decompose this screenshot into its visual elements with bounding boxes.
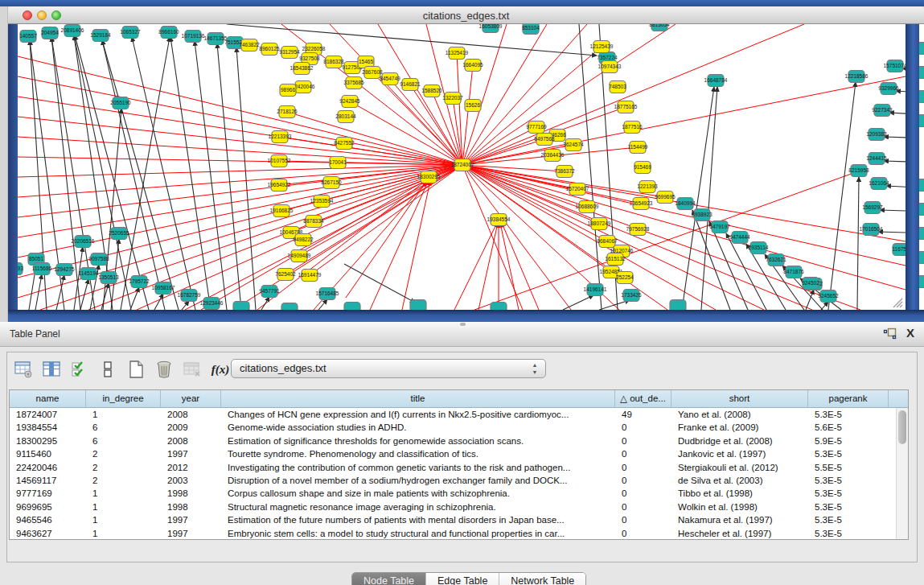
graph-node-label: 15626 <box>466 102 480 108</box>
citation-edge-black[interactable] <box>80 279 88 310</box>
table-row[interactable]: 969969511998Structural magnetic resonanc… <box>10 501 908 513</box>
table-row[interactable]: 1938455462009Genome-wide association stu… <box>10 421 908 434</box>
citation-edge-red[interactable] <box>462 24 507 165</box>
tab-network-table[interactable]: Network Table <box>499 573 585 585</box>
citation-edge-red[interactable] <box>350 101 462 165</box>
float-panel-icon[interactable] <box>883 328 897 340</box>
table-row[interactable]: 1456911722003Disruption of a novel membe… <box>10 474 908 487</box>
citation-edge-red[interactable] <box>257 179 429 310</box>
node-table[interactable]: namein_degreeyeartitle△ out_de...shortpa… <box>9 389 909 540</box>
citation-edge-black[interactable] <box>563 295 593 310</box>
citation-edge-black[interactable] <box>821 302 828 310</box>
citation-edge-black[interactable] <box>886 186 924 188</box>
table-cell: Dudbridge et al. (2008) <box>671 435 808 447</box>
function-builder-icon[interactable]: f(x) <box>211 360 230 379</box>
graph-node[interactable] <box>410 300 426 311</box>
column-header[interactable]: title <box>221 390 615 407</box>
citation-edge-black[interactable] <box>884 161 924 163</box>
table-row[interactable]: 946554611997Estimation of the future num… <box>10 513 908 526</box>
citation-edge-black[interactable] <box>261 297 269 310</box>
citation-edge-black[interactable] <box>828 82 856 310</box>
network-window-titlebar[interactable]: citations_edges.txt <box>8 6 924 24</box>
graph-node[interactable] <box>491 303 507 311</box>
network-graph[interactable]: 1405572049542089140615291841065327896616… <box>0 24 924 310</box>
graph-node[interactable] <box>914 67 924 79</box>
table-cell: 2 <box>86 461 161 474</box>
citation-edge-black[interactable] <box>8 274 14 310</box>
column-header[interactable]: short <box>671 390 808 407</box>
citation-edge-black[interactable] <box>170 37 211 310</box>
vertical-scrollbar[interactable] <box>896 408 908 539</box>
resize-grip-icon[interactable] <box>891 296 904 308</box>
graph-node[interactable] <box>914 276 924 288</box>
table-cell: 2009 <box>161 421 221 434</box>
column-header[interactable]: pagerank <box>808 390 889 407</box>
citation-edge-black[interactable] <box>195 41 227 310</box>
graph-node[interactable] <box>914 43 924 55</box>
table-mode-icon[interactable] <box>14 360 33 379</box>
column-header[interactable]: in_degree <box>86 390 161 407</box>
table-panel-header[interactable]: Table Panel X <box>0 322 924 347</box>
graph-node[interactable] <box>914 91 924 103</box>
table-cell: 9463627 <box>10 527 86 540</box>
citation-edge-black[interactable] <box>318 299 327 310</box>
table-row[interactable]: 977716911998Corpus callosum shape and si… <box>10 487 908 500</box>
citation-edge-red[interactable] <box>462 165 860 310</box>
close-panel-icon[interactable]: X <box>904 326 917 340</box>
citation-edge-red[interactable] <box>462 165 906 266</box>
column-header[interactable]: △ out_de... <box>615 390 671 407</box>
graph-node[interactable] <box>344 303 360 311</box>
citation-edge-red[interactable] <box>280 137 462 165</box>
show-columns-icon[interactable] <box>42 360 61 379</box>
tab-node-table[interactable]: Node Table <box>352 573 426 585</box>
tab-edge-table[interactable]: Edge Table <box>426 573 499 585</box>
graph-node[interactable] <box>914 179 924 192</box>
citation-edge-black[interactable] <box>878 232 924 233</box>
table-cell: 19384554 <box>10 421 86 434</box>
new-column-icon[interactable] <box>126 360 146 379</box>
citation-edge-black[interactable] <box>236 47 256 310</box>
column-header[interactable]: year <box>161 390 221 407</box>
citation-edge-red[interactable] <box>502 223 539 310</box>
graph-node[interactable] <box>914 204 924 216</box>
table-row[interactable]: 1830029562008Estimation of significance … <box>10 435 908 447</box>
graph-node[interactable] <box>233 302 249 311</box>
table-row[interactable]: 2242004622012Investigating the contribut… <box>10 461 908 474</box>
graph-node[interactable] <box>281 303 298 311</box>
graph-node-label: 9684067 <box>597 238 618 244</box>
citation-edge-red[interactable] <box>18 165 462 197</box>
citation-edge-black[interactable] <box>130 287 139 310</box>
rows-icon[interactable] <box>98 360 117 379</box>
citation-edge-black[interactable] <box>857 177 859 310</box>
citation-edge-black[interactable] <box>344 264 415 303</box>
table-cell: 6 <box>86 435 161 447</box>
scrollbar-thumb[interactable] <box>898 410 906 444</box>
select-rows-icon[interactable] <box>70 360 89 379</box>
graph-node[interactable] <box>914 228 924 240</box>
graph-node[interactable] <box>670 300 686 311</box>
citation-edge-black[interactable] <box>599 300 630 310</box>
graph-node[interactable] <box>914 115 924 127</box>
table-row[interactable]: 911546021997Tourette syndrome. Phenomeno… <box>10 447 908 460</box>
citation-edge-red[interactable] <box>462 165 571 310</box>
delete-column-icon[interactable] <box>154 360 174 379</box>
column-header[interactable]: name <box>10 390 86 407</box>
graph-node-label: 20206516 <box>72 238 95 244</box>
table-row[interactable]: 946362711997Embryonic stem cells: a mode… <box>10 527 908 540</box>
table-row[interactable]: 1872400712008Changes of HCN gene express… <box>10 408 908 421</box>
citation-edge-red[interactable] <box>454 223 497 310</box>
citation-edge-black[interactable] <box>880 210 924 212</box>
citation-edge-red[interactable] <box>18 76 462 165</box>
table-source-dropdown[interactable]: citations_edges.txt ▲▼ <box>231 359 546 378</box>
citation-edge-black[interactable] <box>884 137 924 138</box>
delete-table-icon[interactable] <box>183 360 202 379</box>
citation-edge-red[interactable] <box>40 165 462 310</box>
splitter-handle[interactable] <box>460 323 466 326</box>
citation-edge-red[interactable] <box>478 223 498 310</box>
graph-node[interactable] <box>914 252 924 264</box>
citation-edge-black[interactable] <box>217 43 241 310</box>
citation-edge-red[interactable] <box>18 165 462 177</box>
citation-edge-black[interactable] <box>889 113 924 115</box>
table-header-row[interactable]: namein_degreeyeartitle△ out_de...shortpa… <box>10 390 908 408</box>
graph-node-label: 9146821 <box>400 81 421 87</box>
